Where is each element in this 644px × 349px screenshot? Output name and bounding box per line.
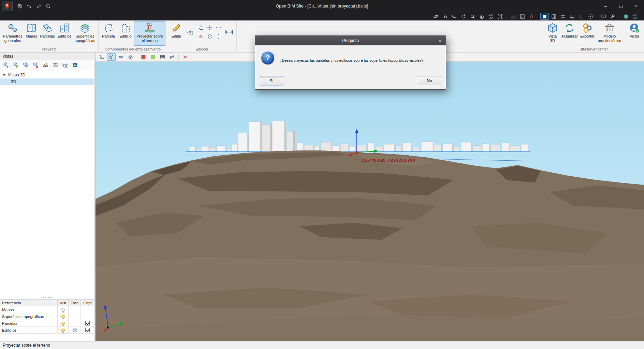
visibility-bulb-icon[interactable] bbox=[61, 308, 65, 311]
capture-checkbox[interactable] bbox=[85, 321, 90, 325]
zoom-window-icon[interactable] bbox=[441, 13, 449, 20]
parcelas-layer-icon[interactable] bbox=[149, 53, 157, 61]
redo-icon[interactable] bbox=[34, 2, 43, 10]
undo-icon[interactable] bbox=[25, 2, 33, 10]
delete-view-button[interactable] bbox=[31, 61, 40, 69]
table-row-superficies[interactable]: Superficies topográficas bbox=[0, 313, 94, 320]
rotate-button[interactable] bbox=[205, 32, 214, 41]
search-icon[interactable] bbox=[44, 2, 53, 10]
visibility-icon[interactable] bbox=[117, 53, 125, 61]
editar-button[interactable]: Editar bbox=[169, 21, 184, 46]
clipping-icon[interactable] bbox=[577, 13, 586, 20]
minimize-button[interactable]: – bbox=[598, 0, 613, 12]
col-capt: Capt bbox=[80, 300, 94, 306]
view-cube-icon[interactable] bbox=[107, 53, 116, 61]
background-color-icon[interactable] bbox=[540, 13, 549, 20]
grid-icon[interactable] bbox=[550, 13, 558, 20]
app-window: Open BIM Site - [C:\...\Altea (sin proye… bbox=[0, 0, 644, 349]
labels-3d-icon[interactable]: 3D bbox=[181, 53, 189, 61]
snapshot-button[interactable] bbox=[51, 61, 60, 69]
zoom-extents-icon[interactable] bbox=[450, 13, 458, 20]
edit-view-button[interactable] bbox=[12, 61, 20, 69]
erase-button[interactable] bbox=[196, 32, 205, 41]
no-button[interactable]: No bbox=[418, 76, 441, 85]
vista-3d-icon bbox=[547, 23, 558, 33]
frame-view-icon[interactable] bbox=[496, 13, 504, 20]
titlebar: Open BIM Site - [C:\...\Altea (sin proye… bbox=[0, 0, 644, 12]
edificio-icon bbox=[120, 23, 131, 33]
proyectar-sobre-terreno-button[interactable]: Proyectar sobre el terreno bbox=[134, 21, 165, 46]
duplicate-view-icon bbox=[23, 62, 29, 68]
chevron-down-icon[interactable] bbox=[3, 74, 5, 76]
comments-icon[interactable] bbox=[599, 13, 608, 20]
new-3d-view-button[interactable] bbox=[2, 61, 10, 69]
bimserver-web-icon[interactable] bbox=[621, 13, 630, 20]
terrain-grid-icon[interactable] bbox=[518, 13, 527, 20]
offset-button[interactable] bbox=[184, 23, 196, 41]
duplicate-view-button[interactable] bbox=[21, 61, 30, 69]
save-icon[interactable] bbox=[15, 2, 24, 10]
parcelas-icon bbox=[42, 23, 53, 33]
visibility-bulb-icon[interactable] bbox=[61, 315, 65, 318]
parametros-generales-icon bbox=[7, 23, 18, 33]
mapas-button[interactable]: Mapas bbox=[24, 21, 39, 46]
measure-button[interactable] bbox=[223, 23, 235, 41]
move-button[interactable] bbox=[205, 23, 214, 32]
edit-tools-grid bbox=[196, 23, 223, 41]
table-row-edificios[interactable]: Edificios bbox=[0, 327, 94, 334]
tools-icon[interactable] bbox=[609, 13, 617, 20]
copy-button[interactable] bbox=[196, 23, 205, 32]
user-victor-button[interactable]: Victor bbox=[626, 21, 643, 46]
yes-button[interactable]: Sí bbox=[260, 76, 283, 85]
modelo-arquitectonico-button[interactable]: Modelo arquitectónico bbox=[596, 21, 623, 46]
capture-checkbox[interactable] bbox=[85, 328, 90, 332]
pan-icon[interactable] bbox=[478, 13, 486, 20]
parcelas-button[interactable]: Parcelas bbox=[39, 21, 56, 46]
close-button[interactable]: × bbox=[629, 0, 644, 12]
vista-3d-button[interactable]: Vista 3D bbox=[545, 21, 560, 46]
actualizar-button[interactable]: Actualizar bbox=[560, 21, 579, 46]
tree-node-vistas-3d[interactable]: Vistas 3D bbox=[0, 72, 94, 78]
superficies-topograficas-button[interactable]: Superficies topográficas bbox=[73, 21, 97, 46]
refresh-view-icon[interactable] bbox=[487, 13, 495, 20]
dialog-close-icon[interactable]: × bbox=[434, 36, 446, 45]
panel-resize-handle[interactable] bbox=[0, 295, 94, 299]
visibility-bulb-icon[interactable] bbox=[61, 329, 65, 332]
transparency-cube-icon[interactable] bbox=[72, 328, 77, 333]
app-logo-icon[interactable] bbox=[2, 1, 13, 11]
modelo-arquitectonico-icon bbox=[604, 23, 615, 33]
snapshots-button[interactable] bbox=[61, 61, 70, 69]
edificios-layer-icon[interactable] bbox=[139, 53, 148, 61]
gallery-button[interactable] bbox=[71, 61, 79, 69]
tree-node-3d[interactable]: 3D bbox=[0, 78, 94, 85]
orbit-view-icon[interactable] bbox=[431, 13, 440, 20]
split-vertical-button[interactable] bbox=[214, 23, 223, 32]
tables-icon[interactable] bbox=[158, 53, 167, 61]
edificios-button[interactable]: Edificios bbox=[56, 21, 73, 46]
zoom-icon[interactable] bbox=[468, 13, 477, 20]
terrain-section-button[interactable] bbox=[41, 61, 50, 69]
keyboard-input-icon[interactable] bbox=[559, 13, 567, 20]
bimserver-sync-icon[interactable] bbox=[631, 13, 639, 20]
compass-icon[interactable] bbox=[586, 13, 595, 20]
3d-scene[interactable]: 756746.020, 4276350.700 bbox=[96, 62, 644, 341]
exportar-button[interactable]: Exportar bbox=[579, 21, 596, 46]
parcela-button[interactable]: Parcela bbox=[100, 21, 117, 46]
ribbon-group-edicion: Editar Edición bbox=[167, 20, 237, 52]
annotations-icon[interactable] bbox=[527, 13, 536, 20]
texture-icon[interactable] bbox=[509, 13, 517, 20]
maximize-button[interactable]: □ bbox=[613, 0, 629, 12]
table-row-parcelas[interactable]: Parcelas bbox=[0, 320, 94, 327]
edificio-button[interactable]: Edificio bbox=[117, 21, 134, 46]
axes-tool-icon[interactable] bbox=[98, 53, 106, 61]
rotate-view-icon[interactable] bbox=[459, 13, 468, 20]
windows-icon[interactable] bbox=[568, 13, 576, 20]
hide-elements-icon[interactable] bbox=[168, 53, 176, 61]
table-row-mapas[interactable]: Mapas bbox=[0, 306, 94, 313]
visibility-bulb-icon[interactable] bbox=[61, 322, 65, 325]
dialog-titlebar[interactable]: Pregunta × bbox=[255, 36, 446, 45]
split-horizontal-icon bbox=[216, 34, 221, 39]
orbit-cube-icon[interactable] bbox=[126, 53, 135, 61]
split-horizontal-button[interactable] bbox=[214, 32, 223, 41]
parametros-generales-button[interactable]: Parámetros generales bbox=[1, 21, 24, 46]
